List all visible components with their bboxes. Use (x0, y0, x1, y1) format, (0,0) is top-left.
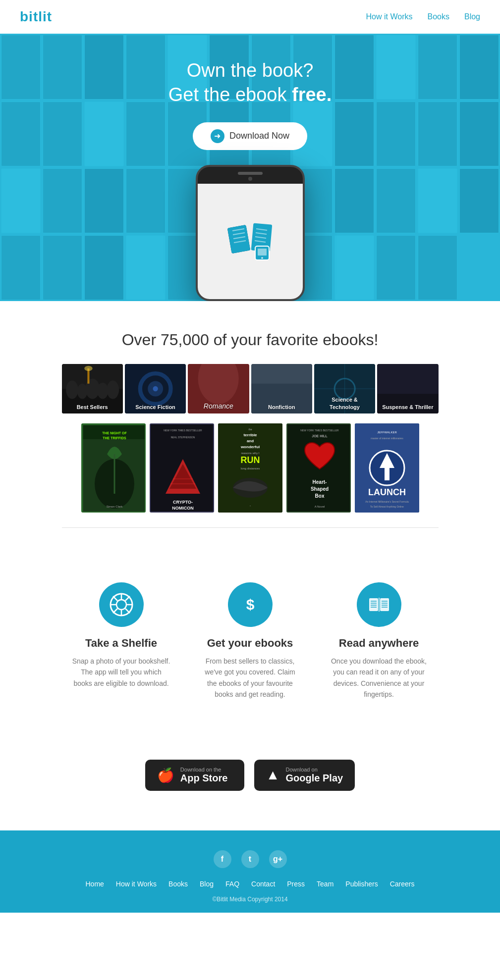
phone-camera (248, 177, 252, 181)
main-nav: How it Works Books Blog (366, 12, 480, 21)
svg-text:Heart-: Heart- (312, 479, 327, 485)
svg-text:wonderful: wonderful (240, 445, 259, 449)
svg-point-17 (66, 381, 78, 399)
category-label: Nonfiction (266, 401, 297, 413)
book-cover-run[interactable]: the terrible and wonderful reasons why I… (218, 423, 282, 513)
hero-download-button[interactable]: ➜ Download Now (193, 122, 307, 150)
svg-line-89 (113, 609, 117, 613)
category-label: Suspense & Thriller (380, 401, 435, 413)
book-covers-row: THE NIGHT OF THE TRIFFIDS Simon Clark NE… (62, 423, 439, 513)
svg-text:A Novel: A Novel (314, 505, 325, 508)
bitlit-app-icon (225, 219, 275, 263)
category-grid: Best Sellers Science Fiction Romance (62, 364, 439, 413)
footer-nav: Home How it Works Books Blog FAQ Contact… (20, 880, 480, 888)
appstore-text: Download on the App Store (180, 767, 228, 784)
category-romance[interactable]: Romance (188, 364, 249, 413)
book-cover-heart-shaped-box[interactable]: NEW YORK TIMES BESTSELLER JOE HILL Heart… (286, 423, 351, 513)
camera-icon-svg (109, 592, 134, 617)
phone-speaker (238, 172, 263, 175)
category-best-sellers[interactable]: Best Sellers (62, 364, 123, 413)
feature-shelfie: Take a Shelfie Snap a photo of your book… (72, 582, 171, 700)
footer-link-blog[interactable]: Blog (200, 880, 214, 888)
svg-text:NOMICON: NOMICON (172, 506, 194, 511)
feature-title-read: Read anywhere (330, 637, 429, 650)
category-nonfiction[interactable]: Nonfiction (251, 364, 312, 413)
svg-point-81 (116, 600, 126, 610)
svg-point-20 (97, 383, 108, 399)
svg-text:An Internet Millionaire's Secr: An Internet Millionaire's Secret Formula (365, 500, 409, 503)
svg-point-23 (84, 366, 92, 371)
googleplay-text: Download on Google Play (286, 767, 343, 784)
facebook-icon[interactable]: f (214, 850, 231, 868)
category-suspense-thriller[interactable]: Suspense & Thriller (377, 364, 438, 413)
svg-text:To Sell Almost Anything Online: To Sell Almost Anything Online (370, 505, 404, 508)
book-cover-cryptonomicon[interactable]: NEW YORK TIMES BESTSELLER NEAL STEPHENSO… (150, 423, 214, 513)
phone-mockup (196, 165, 305, 301)
svg-text:NEW YORK TIMES BESTSELLER: NEW YORK TIMES BESTSELLER (300, 429, 339, 432)
svg-text:Shaped: Shaped (310, 486, 328, 492)
footer-link-press[interactable]: Press (287, 880, 305, 888)
svg-rect-91 (369, 598, 378, 611)
footer-link-home[interactable]: Home (86, 880, 104, 888)
dollar-icon-circle: $ (228, 582, 273, 627)
arrow-circle-icon: ➜ (211, 129, 224, 143)
svg-text:$: $ (246, 596, 254, 613)
appstore-button[interactable]: 🍎 Download on the App Store (145, 760, 244, 791)
footer-link-team[interactable]: Team (317, 880, 333, 888)
googleplay-button[interactable]: ▲ Download on Google Play (254, 760, 355, 791)
hero-text: Own the book? Get the ebook free. (168, 58, 332, 107)
svg-point-13 (261, 257, 263, 259)
hero-headline: Own the book? Get the ebook free. (168, 58, 332, 107)
category-label: Best Sellers (75, 401, 110, 413)
twitter-icon[interactable]: t (241, 850, 259, 868)
book-cover-launch[interactable]: JEFFWALKER master of internet millionair… (355, 423, 419, 513)
nav-books[interactable]: Books (428, 12, 449, 21)
feature-read: Read anywhere Once you download the eboo… (330, 582, 429, 700)
feature-desc-read: Once you download the ebook, you can rea… (330, 656, 429, 700)
svg-text:THE NIGHT OF: THE NIGHT OF (102, 431, 127, 435)
hero-section: Own the book? Get the ebook free. ➜ Down… (0, 34, 500, 301)
nav-blog[interactable]: Blog (464, 12, 480, 21)
category-label: Science & Technology (314, 393, 375, 413)
svg-text:long distances: long distances (240, 467, 259, 470)
svg-text:Simon Clark: Simon Clark (106, 505, 123, 508)
footer-link-careers[interactable]: Careers (390, 880, 415, 888)
svg-text:and: and (246, 439, 253, 443)
svg-rect-12 (258, 249, 267, 256)
footer-link-books[interactable]: Books (168, 880, 188, 888)
svg-text:CRYPTO-: CRYPTO- (172, 500, 192, 505)
feature-title-ebooks: Get your ebooks (201, 637, 300, 650)
svg-text:the: the (248, 428, 252, 431)
site-footer: f t g+ Home How it Works Books Blog FAQ … (0, 830, 500, 913)
svg-text:JEFFWALKER: JEFFWALKER (377, 431, 397, 434)
site-logo[interactable]: bitlit (20, 9, 52, 25)
ebooks-title: Over 75,000 of your favorite ebooks! (20, 331, 480, 349)
category-science-technology[interactable]: Science & Technology (314, 364, 375, 413)
social-links: f t g+ (20, 850, 480, 868)
footer-link-how-it-works[interactable]: How it Works (116, 880, 157, 888)
svg-text:NEAL STEPHENSON: NEAL STEPHENSON (170, 436, 195, 439)
book-cover-triffids[interactable]: THE NIGHT OF THE TRIFFIDS Simon Clark (81, 423, 146, 513)
svg-line-87 (125, 609, 130, 613)
svg-line-88 (125, 596, 130, 601)
footer-link-publishers[interactable]: Publishers (345, 880, 378, 888)
svg-text:reasons why I: reasons why I (241, 452, 259, 455)
feature-desc-ebooks: From best sellers to classics, we've got… (201, 656, 300, 700)
svg-point-21 (107, 381, 119, 399)
svg-text:master of internet millionaire: master of internet millionaires (371, 437, 403, 440)
category-label: Science Fiction (133, 401, 177, 413)
site-header: bitlit How it Works Books Blog (0, 0, 500, 34)
dollar-icon-svg: $ (238, 592, 263, 617)
svg-text:THE TRIFFIDS: THE TRIFFIDS (103, 436, 126, 440)
category-label: Romance (202, 399, 235, 413)
svg-point-27 (153, 386, 158, 391)
camera-icon-circle (99, 582, 144, 627)
footer-link-faq[interactable]: FAQ (225, 880, 239, 888)
footer-link-contact[interactable]: Contact (251, 880, 275, 888)
nav-how-it-works[interactable]: How it Works (366, 12, 413, 21)
category-science-fiction[interactable]: Science Fiction (125, 364, 186, 413)
googleplus-icon[interactable]: g+ (269, 850, 287, 868)
book-read-icon-svg (367, 592, 391, 617)
svg-text:NEW YORK TIMES BESTSELLER: NEW YORK TIMES BESTSELLER (164, 429, 202, 432)
svg-rect-1 (227, 225, 250, 254)
